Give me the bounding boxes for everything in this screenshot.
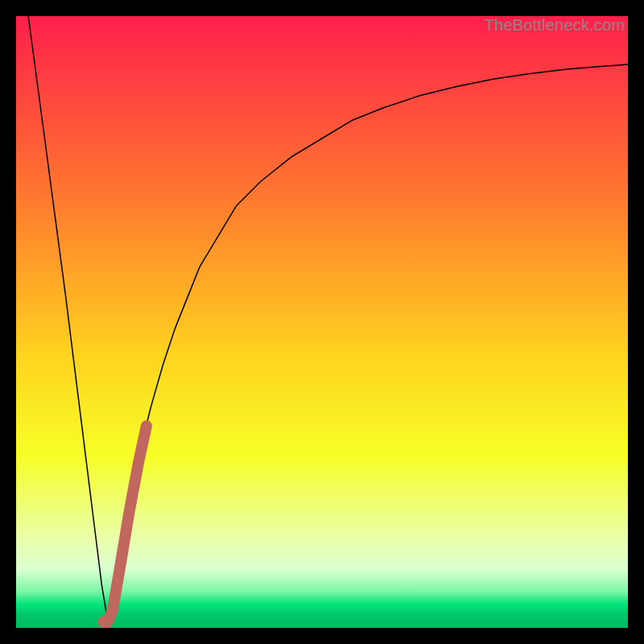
chart-svg — [16, 16, 628, 628]
watermark-text: TheBottleneck.com — [484, 16, 625, 35]
chart-frame: TheBottleneck.com — [16, 16, 628, 628]
gradient-background — [16, 16, 628, 628]
